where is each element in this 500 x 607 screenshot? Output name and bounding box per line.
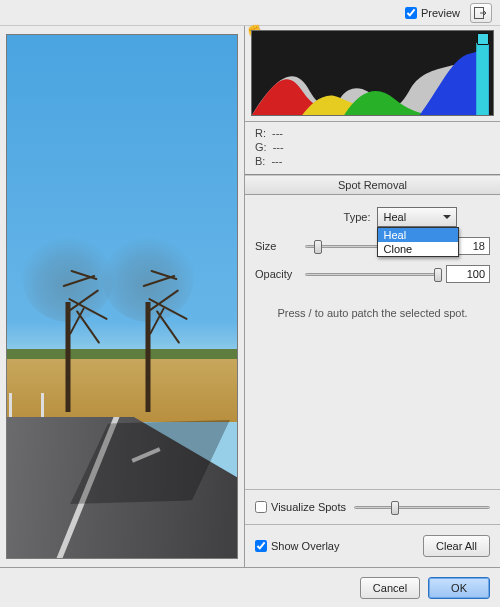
section-spot-removal: Spot Removal	[245, 175, 500, 195]
overlay-row: Show Overlay Clear All	[245, 524, 500, 567]
g-label: G:	[255, 140, 267, 154]
export-button[interactable]	[470, 3, 492, 23]
ok-button[interactable]: OK	[428, 577, 490, 599]
hint-text: Press / to auto patch the selected spot.	[255, 293, 490, 333]
histogram-area: ✊	[245, 26, 500, 122]
g-value: ---	[273, 140, 284, 154]
b-label: B:	[255, 154, 265, 168]
opacity-row: Opacity	[255, 265, 490, 283]
type-label: Type:	[319, 211, 371, 223]
preview-checkbox-input[interactable]	[405, 7, 417, 19]
type-selected-value: Heal	[384, 211, 407, 223]
show-overlay-label: Show Overlay	[271, 540, 339, 552]
clear-all-button[interactable]: Clear All	[423, 535, 490, 557]
opacity-label: Opacity	[255, 268, 297, 280]
visualize-row: Visualize Spots	[245, 489, 500, 524]
r-value: ---	[272, 126, 283, 140]
show-overlay-checkbox-input[interactable]	[255, 540, 267, 552]
preview-checkbox[interactable]: Preview	[405, 7, 460, 19]
dialog-footer: Cancel OK	[0, 567, 500, 607]
image-preview[interactable]	[6, 34, 238, 559]
highlight-clip-icon[interactable]	[477, 33, 489, 45]
cancel-label: Cancel	[373, 582, 407, 594]
dialog-body: ✊ R:--- G:--- B:---	[0, 26, 500, 567]
show-overlay-checkbox[interactable]: Show Overlay	[255, 540, 339, 552]
opacity-value[interactable]	[446, 265, 490, 283]
cancel-button[interactable]: Cancel	[360, 577, 420, 599]
type-option-clone[interactable]: Clone	[378, 242, 458, 256]
b-value: ---	[271, 154, 282, 168]
visualize-label: Visualize Spots	[271, 501, 346, 513]
dialog-window: Preview	[0, 0, 500, 607]
clear-all-label: Clear All	[436, 540, 477, 552]
histogram[interactable]	[251, 30, 494, 116]
r-label: R:	[255, 126, 266, 140]
toolbar: Preview	[0, 0, 500, 26]
rgb-readout: R:--- G:--- B:---	[245, 122, 500, 175]
preview-label: Preview	[421, 7, 460, 19]
visualize-slider[interactable]	[354, 498, 490, 516]
type-select[interactable]: Heal Heal Clone	[377, 207, 457, 227]
opacity-slider[interactable]	[305, 265, 438, 283]
spot-removal-panel: Type: Heal Heal Clone Size	[245, 195, 500, 489]
preview-pane	[0, 26, 245, 567]
type-dropdown: Heal Clone	[377, 227, 459, 257]
type-option-heal[interactable]: Heal	[378, 228, 458, 242]
export-icon	[474, 7, 488, 19]
ok-label: OK	[451, 582, 467, 594]
visualize-checkbox-input[interactable]	[255, 501, 267, 513]
right-panel: ✊ R:--- G:--- B:---	[245, 26, 500, 567]
visualize-checkbox[interactable]: Visualize Spots	[255, 501, 346, 513]
size-label: Size	[255, 240, 297, 252]
